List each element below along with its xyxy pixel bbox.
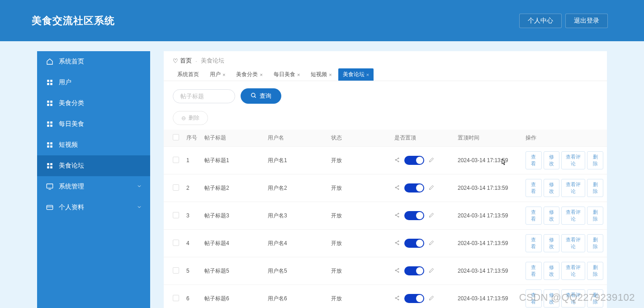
svg-rect-5 <box>50 101 52 103</box>
share-icon[interactable] <box>394 185 400 192</box>
tab-5[interactable]: 美食论坛× <box>338 68 374 81</box>
edit-icon[interactable] <box>429 157 434 164</box>
share-icon[interactable] <box>394 157 400 164</box>
batch-delete-button[interactable]: ⊖ 删除 <box>173 111 208 125</box>
delete-button[interactable]: 删除 <box>587 151 603 169</box>
cell-pinned <box>391 174 454 202</box>
row-checkbox[interactable] <box>173 240 179 246</box>
svg-rect-14 <box>47 145 49 148</box>
view-button[interactable]: 查看 <box>526 207 542 225</box>
close-icon[interactable]: × <box>223 72 225 77</box>
tab-4[interactable]: 短视频× <box>306 68 336 81</box>
search-input[interactable] <box>173 89 235 103</box>
view-button[interactable]: 查看 <box>526 179 542 197</box>
pin-toggle[interactable] <box>404 156 424 165</box>
comments-button[interactable]: 查看评论 <box>561 234 585 252</box>
view-button[interactable]: 查看 <box>526 262 542 280</box>
comments-button[interactable]: 查看评论 <box>561 179 585 197</box>
sidebar-item-2[interactable]: 美食分类 <box>37 93 150 114</box>
cell-user: 用户名5 <box>264 257 327 285</box>
tab-3[interactable]: 每日美食× <box>269 68 304 81</box>
tab-2[interactable]: 美食分类× <box>232 68 267 81</box>
sidebar-item-1[interactable]: 用户 <box>37 72 150 93</box>
logout-button[interactable]: 退出登录 <box>565 14 608 28</box>
breadcrumb-home[interactable]: ♡ 首页 <box>173 57 192 65</box>
pin-toggle[interactable] <box>404 239 424 248</box>
pin-toggle[interactable] <box>404 183 424 192</box>
close-icon[interactable]: × <box>260 72 262 77</box>
table-row: 1帖子标题1用户名1开放2024-03-14 17:13:59查看修改查看评论删… <box>164 147 607 174</box>
pin-toggle[interactable] <box>404 266 424 275</box>
edit-button[interactable]: 修改 <box>544 179 560 197</box>
edit-button[interactable]: 修改 <box>544 289 560 308</box>
sidebar-item-4[interactable]: 短视频 <box>37 135 150 155</box>
close-icon[interactable]: × <box>366 72 369 77</box>
svg-rect-7 <box>50 104 52 106</box>
sidebar-item-5[interactable]: 美食论坛 <box>37 155 150 176</box>
view-button[interactable]: 查看 <box>526 234 542 252</box>
app-header: 美食交流社区系统 个人中心 退出登录 <box>0 0 644 41</box>
share-icon[interactable] <box>394 240 400 247</box>
sidebar-item-0[interactable]: 系统首页 <box>37 51 150 72</box>
row-checkbox[interactable] <box>173 184 179 191</box>
delete-button[interactable]: 删除 <box>587 207 603 225</box>
share-icon[interactable] <box>394 212 400 219</box>
row-checkbox[interactable] <box>173 157 179 163</box>
tab-1[interactable]: 用户× <box>205 68 230 81</box>
select-all-checkbox[interactable] <box>173 134 179 140</box>
cell-actions: 查看修改查看评论删除 <box>522 147 607 174</box>
grid-icon <box>46 79 53 86</box>
delete-button[interactable]: 删除 <box>587 234 603 252</box>
sidebar-item-7[interactable]: 个人资料 <box>37 197 150 218</box>
cell-pin-time: 2024-03-14 17:13:59 <box>454 230 522 257</box>
sidebar-item-3[interactable]: 每日美食 <box>37 114 150 135</box>
share-icon[interactable] <box>394 268 400 274</box>
header-status: 状态 <box>327 130 391 147</box>
edit-icon[interactable] <box>429 268 434 274</box>
edit-button[interactable]: 修改 <box>544 234 560 252</box>
row-checkbox[interactable] <box>173 212 179 218</box>
tab-0[interactable]: 系统首页 <box>173 68 204 81</box>
breadcrumb-home-label: 首页 <box>180 57 192 65</box>
edit-icon[interactable] <box>429 212 434 219</box>
edit-button[interactable]: 修改 <box>544 262 560 280</box>
row-checkbox[interactable] <box>173 267 179 274</box>
tab-label: 每日美食 <box>274 71 295 78</box>
close-icon[interactable]: × <box>329 72 331 77</box>
personal-center-button[interactable]: 个人中心 <box>519 14 562 28</box>
svg-line-45 <box>396 243 398 244</box>
comments-button[interactable]: 查看评论 <box>561 151 585 169</box>
svg-point-33 <box>398 188 399 189</box>
delete-button[interactable]: 删除 <box>587 289 603 308</box>
share-icon[interactable] <box>394 295 400 302</box>
comments-button[interactable]: 查看评论 <box>561 262 585 280</box>
edit-button[interactable]: 修改 <box>544 207 560 225</box>
edit-icon[interactable] <box>429 295 434 302</box>
svg-rect-22 <box>47 205 52 209</box>
edit-icon[interactable] <box>429 185 434 192</box>
header-seq: 序号 <box>183 130 201 147</box>
batch-bar: ⊖ 删除 <box>164 111 607 130</box>
row-checkbox[interactable] <box>173 295 179 301</box>
view-button[interactable]: 查看 <box>526 289 542 308</box>
sidebar-item-label: 系统管理 <box>59 183 84 191</box>
pin-toggle[interactable] <box>404 294 424 303</box>
cell-status: 开放 <box>327 202 391 230</box>
table-row: 2帖子标题2用户名2开放2024-03-14 17:13:59查看修改查看评论删… <box>164 174 607 202</box>
sidebar-item-6[interactable]: 系统管理 <box>37 176 150 197</box>
svg-rect-15 <box>50 145 52 148</box>
edit-icon[interactable] <box>429 240 434 247</box>
delete-button[interactable]: 删除 <box>587 262 603 280</box>
comments-button[interactable]: 查看评论 <box>561 207 585 225</box>
svg-line-30 <box>396 160 398 161</box>
tab-label: 短视频 <box>311 71 327 78</box>
delete-button[interactable]: 删除 <box>587 179 603 197</box>
edit-button[interactable]: 修改 <box>544 151 560 169</box>
view-button[interactable]: 查看 <box>526 151 542 169</box>
pin-toggle[interactable] <box>404 211 424 220</box>
comments-button[interactable]: 查看评论 <box>561 289 585 308</box>
cell-title: 帖子标题3 <box>201 202 264 230</box>
svg-rect-10 <box>47 125 49 127</box>
query-button[interactable]: 查询 <box>241 88 281 104</box>
close-icon[interactable]: × <box>297 72 300 77</box>
